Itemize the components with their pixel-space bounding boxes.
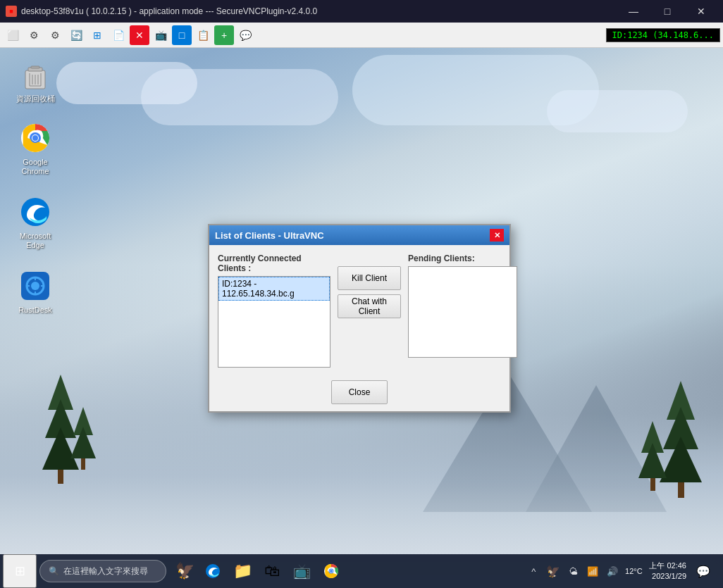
- recycle-icon: [18, 58, 52, 92]
- minimize-button[interactable]: —: [617, 0, 650, 23]
- vnc-dialog-titlebar: List of Clients - UltraVNC ✕: [209, 225, 509, 245]
- toolbar-icon-4[interactable]: 🔄: [66, 25, 86, 45]
- toolbar-icon-10[interactable]: +: [214, 25, 234, 45]
- desktop-icon-rustdesk[interactable]: RustDesk: [7, 266, 63, 318]
- taskbar-icons: 🦅 📁 🛍 📺: [172, 557, 345, 585]
- kill-client-button[interactable]: Kill Client: [338, 266, 401, 290]
- cloud-4: [547, 90, 688, 132]
- edge-icon-label: Microsoft Edge: [10, 232, 61, 250]
- window-icon: ■: [6, 6, 17, 17]
- chat-with-client-button[interactable]: Chat withClient: [338, 294, 401, 318]
- maximize-button[interactable]: □: [651, 0, 684, 23]
- currently-connected-listbox[interactable]: ID:1234 - 112.65.148.34.bc.g: [218, 276, 330, 368]
- id-display: ID:1234 (34.148.6...: [606, 28, 721, 42]
- vnc-action-buttons: Kill Client Chat withClient: [338, 254, 401, 368]
- search-bar[interactable]: 🔍 在這裡輸入文字來搜尋: [39, 560, 166, 582]
- taskbar-settings-icon[interactable]: 📺: [288, 557, 316, 585]
- start-button[interactable]: ⊞: [3, 554, 37, 588]
- tray-network-icon[interactable]: 📶: [584, 563, 601, 580]
- edge-icon: [18, 195, 52, 229]
- toolbar-icon-8[interactable]: □: [172, 25, 192, 45]
- toolbar-icon-6[interactable]: ✕: [130, 25, 149, 45]
- vnc-dialog-close-button[interactable]: ✕: [490, 229, 504, 242]
- tree-right-2: [638, 421, 667, 491]
- tray-caret-icon[interactable]: ^: [525, 563, 542, 580]
- toolbar-icon-1[interactable]: ⬜: [3, 25, 23, 45]
- toolbar: ⬜ ⚙ ⚙ 🔄 ⊞ 📄 ✕ 📺 □ 📋 + 💬 ID:1234 (34.148.…: [0, 23, 723, 48]
- window-title: desktop-53f8v1u ( 10.0.2.15 ) - applicat…: [21, 6, 617, 16]
- toolbar-icon-2[interactable]: ⚙: [24, 25, 44, 45]
- taskbar-explorer-icon[interactable]: 📁: [228, 557, 257, 585]
- toolbar-icon-5[interactable]: 📄: [109, 25, 128, 45]
- tray-bird-icon: 🦅: [545, 563, 562, 580]
- tray-temp: 12°C: [624, 563, 643, 580]
- pending-clients-listbox[interactable]: [408, 266, 517, 358]
- desktop-icon-edge[interactable]: Microsoft Edge: [7, 192, 63, 253]
- toolbar-icon-11[interactable]: 💬: [235, 25, 255, 45]
- svg-point-10: [32, 135, 38, 141]
- search-icon: 🔍: [49, 566, 59, 576]
- vnc-dialog-body: Currently Connected Clients : ID:1234 - …: [209, 245, 509, 376]
- chrome-icon-label: Google Chrome: [10, 158, 61, 176]
- currently-connected-panel: Currently Connected Clients : ID:1234 - …: [218, 254, 330, 368]
- toolbar-icon-9[interactable]: 📋: [193, 25, 213, 45]
- notification-icon[interactable]: 💬: [692, 554, 715, 588]
- titlebar-buttons: — □ ✕: [617, 0, 717, 23]
- svg-point-23: [330, 570, 333, 573]
- connected-client-item[interactable]: ID:1234 - 112.65.148.34.bc.g: [218, 277, 330, 301]
- rustdesk-icon-label: RustDesk: [18, 306, 52, 315]
- tray-weather-icon[interactable]: 🌤: [564, 563, 581, 580]
- clock[interactable]: 上午 02:46 2023/1/29: [646, 561, 689, 582]
- taskbar: ⊞ 🔍 在這裡輸入文字來搜尋 🦅 📁 🛍 📺: [0, 554, 723, 588]
- vnc-close-row: Close: [209, 376, 509, 411]
- rustdesk-icon: [18, 269, 52, 303]
- cloud-2: [141, 69, 338, 125]
- tree-left-2: [70, 407, 96, 470]
- chrome-icon: [18, 121, 52, 155]
- vnc-dialog-title: List of Clients - UltraVNC: [215, 230, 490, 241]
- recycle-icon-label: 資源回收桶: [16, 94, 55, 104]
- vnc-dialog: List of Clients - UltraVNC ✕ Currently C…: [208, 224, 511, 413]
- clock-time: 上午 02:46: [649, 561, 686, 571]
- snow-ground: [0, 413, 723, 554]
- taskbar-tray: ^ 🦅 🌤 📶 🔊 12°C 上午 02:46 2023/1/29 💬: [525, 554, 720, 588]
- taskbar-bird-icon: 🦅: [172, 558, 197, 584]
- taskbar-store-icon[interactable]: 🛍: [258, 557, 286, 585]
- window-titlebar: ■ desktop-53f8v1u ( 10.0.2.15 ) - applic…: [0, 0, 723, 23]
- pending-clients-label: Pending Clients:: [408, 254, 517, 263]
- close-dialog-button[interactable]: Close: [331, 380, 388, 404]
- taskbar-edge-icon[interactable]: [199, 557, 227, 585]
- desktop-icon-recycle[interactable]: 資源回收桶: [7, 55, 63, 106]
- pending-clients-panel: Pending Clients:: [408, 254, 517, 368]
- toolbar-icon-windows[interactable]: ⊞: [87, 25, 107, 45]
- toolbar-icon-3[interactable]: ⚙: [45, 25, 65, 45]
- svg-rect-2: [31, 66, 39, 68]
- desktop-area: 資源回收桶 Google Chrome: [0, 48, 723, 554]
- search-placeholder-text: 在這裡輸入文字來搜尋: [63, 565, 148, 577]
- currently-connected-label: Currently Connected Clients :: [218, 254, 330, 273]
- close-button[interactable]: ✕: [685, 0, 717, 23]
- tray-volume-icon[interactable]: 🔊: [604, 563, 621, 580]
- clock-date: 2023/1/29: [652, 571, 686, 582]
- desktop-icon-chrome[interactable]: Google Chrome: [7, 118, 63, 179]
- taskbar-chrome-icon[interactable]: [317, 557, 345, 585]
- svg-point-14: [31, 282, 39, 290]
- toolbar-icon-7[interactable]: 📺: [151, 25, 171, 45]
